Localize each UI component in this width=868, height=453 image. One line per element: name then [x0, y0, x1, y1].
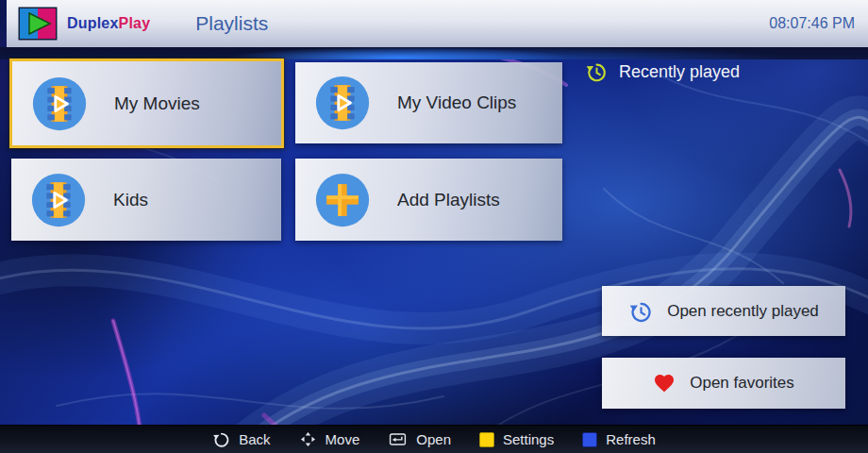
top-bar: DuplexPlay Playlists 08:07:46 PM — [7, 0, 868, 47]
open-favorites-label: Open favorites — [690, 374, 794, 393]
refresh-label: Refresh — [606, 431, 656, 447]
move-button[interactable]: Move — [299, 430, 360, 448]
clock-time: 08:07:46 PM — [769, 15, 855, 32]
move-arrows-icon — [299, 430, 317, 448]
yellow-key-icon — [479, 432, 494, 447]
bottom-action-bar: Back Move Open Settings — [0, 425, 868, 453]
history-icon — [628, 299, 653, 324]
settings-button[interactable]: Settings — [479, 431, 554, 447]
settings-label: Settings — [503, 431, 554, 447]
heart-icon — [653, 372, 676, 394]
playlist-card-label: Add Playlists — [397, 190, 500, 210]
history-icon — [585, 60, 608, 83]
enter-key-icon — [388, 430, 408, 448]
screen: DuplexPlay Playlists 08:07:46 PM My Movi… — [0, 0, 868, 453]
movie-playlist-icon — [314, 75, 371, 131]
recently-played-title: Recently played — [619, 62, 740, 82]
add-playlists-card[interactable]: Add Playlists — [295, 159, 562, 241]
brand-text: DuplexPlay — [67, 15, 150, 32]
open-favorites-button[interactable]: Open favorites — [602, 358, 845, 409]
playlist-card-label: My Video Clips — [397, 92, 516, 113]
open-button[interactable]: Open — [388, 430, 451, 448]
blue-key-icon — [582, 432, 597, 447]
open-label: Open — [416, 431, 451, 447]
back-label: Back — [239, 431, 270, 447]
back-button[interactable]: Back — [212, 430, 270, 448]
refresh-button[interactable]: Refresh — [582, 431, 656, 447]
recently-played-header: Recently played — [585, 60, 740, 83]
open-recently-played-label: Open recently played — [667, 302, 819, 321]
move-label: Move — [326, 431, 360, 447]
movie-playlist-icon — [30, 172, 87, 228]
duplexplay-logo-icon — [18, 7, 58, 41]
playlist-card-label: My Movies — [114, 93, 200, 114]
page-title: Playlists — [195, 12, 268, 35]
brand-play: Play — [119, 15, 151, 31]
playlist-card-my-video-clips[interactable]: My Video Clips — [295, 62, 562, 143]
playlist-card-label: Kids — [113, 190, 148, 210]
brand-duplex: Duplex — [67, 15, 119, 31]
add-plus-icon — [314, 172, 371, 228]
movie-playlist-icon — [31, 76, 88, 132]
back-rotate-icon — [212, 430, 230, 448]
open-recently-played-button[interactable]: Open recently played — [602, 286, 845, 336]
playlist-card-my-movies[interactable]: My Movies — [9, 59, 284, 148]
playlist-card-kids[interactable]: Kids — [11, 159, 281, 241]
